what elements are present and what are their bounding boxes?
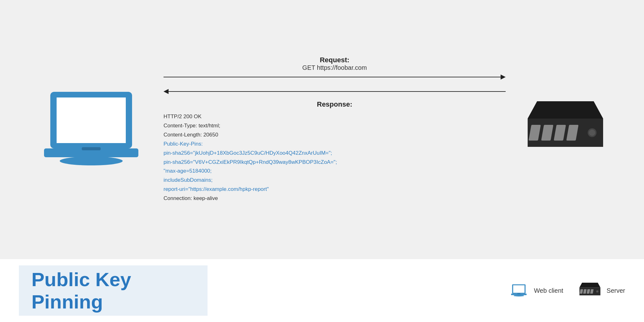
resp-line-7: "max-age=5184000; (164, 168, 212, 174)
main-diagram: Request: GET https://foobar.com Response… (0, 0, 644, 259)
resp-line-10: Connection: keep-alive (164, 195, 218, 201)
svg-rect-4 (82, 147, 101, 150)
svg-point-16 (514, 295, 524, 297)
legend-server-icon (579, 283, 601, 298)
laptop-illustration (38, 86, 145, 174)
server-illustration (525, 101, 606, 158)
response-body: HTTP/2 200 OK Content-Type: text/html; C… (164, 112, 506, 203)
laptop-icon (41, 86, 142, 174)
svg-marker-5 (528, 101, 603, 119)
server-icon (528, 101, 603, 158)
bottom-bar: Public Key Pinning Web client (0, 259, 644, 322)
svg-point-12 (589, 130, 595, 136)
response-section: Response: HTTP/2 200 OK Content-Type: te… (164, 100, 506, 203)
request-arrow (164, 75, 506, 80)
legend-laptop-icon (509, 283, 528, 298)
legend-client: Web client (509, 283, 563, 298)
response-label: Response: (164, 100, 506, 108)
arrow-line-right (164, 77, 501, 77)
resp-line-2: Content-Type: text/html; (164, 123, 220, 129)
legend-server: Server (579, 283, 625, 298)
arrow-head-left (164, 89, 169, 94)
title-box: Public Key Pinning (19, 265, 208, 316)
svg-point-25 (597, 291, 598, 292)
response-arrow (164, 89, 506, 94)
legend-client-label: Web client (534, 287, 563, 294)
resp-line-6: pin-sha256="V6V+CGZxiEkPR9IkqtQp+RndQ39w… (164, 159, 337, 165)
request-url: GET https://foobar.com (302, 64, 367, 71)
legend-server-label: Server (607, 287, 625, 294)
request-section: Request: GET https://foobar.com (164, 56, 506, 80)
svg-rect-17 (517, 293, 520, 294)
resp-line-5: pin-sha256="jkUohjD+18XbGoc3Jz5C9uC/HDyX… (164, 150, 332, 156)
svg-point-3 (60, 157, 123, 165)
resp-line-1: HTTP/2 200 OK (164, 114, 202, 119)
diagram-middle: Request: GET https://foobar.com Response… (145, 56, 525, 203)
resp-line-3: Content-Length: 20650 (164, 132, 218, 138)
resp-line-8: includeSubDomains; (164, 177, 213, 183)
page-title: Public Key Pinning (31, 268, 195, 313)
arrow-head-right (501, 75, 506, 80)
arrow-line-left (169, 91, 506, 92)
svg-rect-14 (513, 285, 525, 293)
legend: Web client Server (509, 283, 625, 298)
resp-line-9: report-uri="https://example.com/hpkp-rep… (164, 186, 269, 192)
svg-rect-1 (57, 97, 126, 143)
svg-marker-18 (580, 283, 601, 287)
resp-line-4: Public-Key-Pins: (164, 141, 203, 147)
request-label: Request: (320, 56, 349, 64)
